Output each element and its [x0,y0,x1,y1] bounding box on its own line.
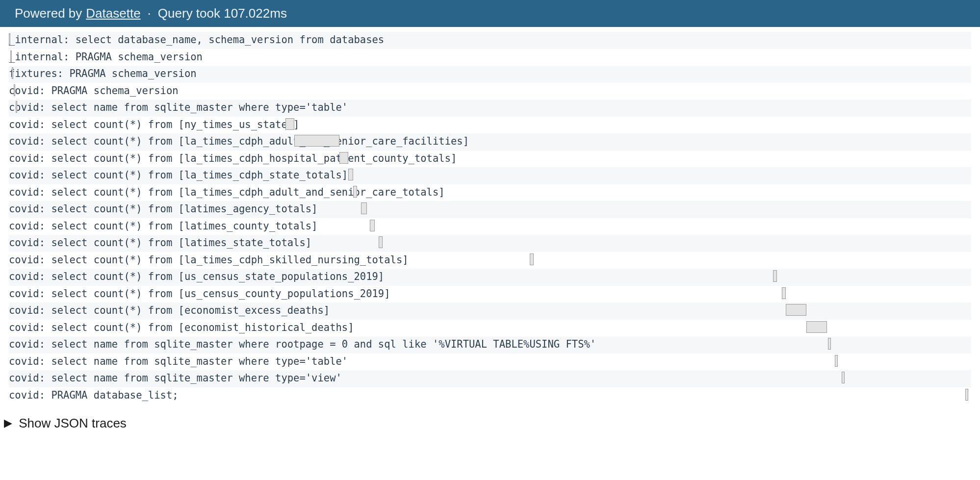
trace-sql-text: covid: select count(*) from [la_times_cd… [9,186,445,198]
trace-sql-text: covid: select name from sqlite_master wh… [9,355,348,367]
trace-sql-text: covid: select name from sqlite_master wh… [9,338,596,350]
timing-bar [9,33,10,45]
timing-bar [353,186,357,198]
trace-sql-text: covid: select count(*) from [us_census_s… [9,271,384,282]
trace-sql-text: covid: select name from sqlite_master wh… [9,101,348,113]
trace-row: covid: select count(*) from [latimes_sta… [9,235,971,252]
trace-row: covid: select count(*) from [la_times_cd… [9,252,971,269]
trace-sql-text: covid: select count(*) from [la_times_cd… [9,254,409,266]
timing-bar [782,287,786,299]
timing-bar [806,321,827,333]
trace-row: covid: select name from sqlite_master wh… [9,370,971,387]
trace-list: _internal: select database_name, schema_… [0,27,980,407]
trace-row: covid: select count(*) from [ny_times_us… [9,117,971,134]
timing-bar [10,51,12,62]
timing-bar [361,202,367,214]
separator: · [145,6,154,21]
trace-row: covid: select name from sqlite_master wh… [9,100,971,117]
timing-bar [285,118,294,130]
trace-row: covid: PRAGMA database_list; [9,387,971,404]
trace-row: covid: select count(*) from [latimes_cou… [9,218,971,235]
trace-row: covid: select count(*) from [la_times_cd… [9,167,971,184]
timing-bar [339,152,348,164]
trace-sql-text: fixtures: PRAGMA schema_version [9,68,197,79]
query-time-label: Query took 107.022ms [158,6,287,21]
timing-bar [530,253,534,265]
timing-bar [773,270,777,282]
trace-row: covid: select count(*) from [la_times_cd… [9,151,971,168]
timing-bar [786,304,806,316]
trace-row: covid: select name from sqlite_master wh… [9,336,971,354]
trace-sql-text: _internal: select database_name, schema_… [9,34,384,46]
show-json-traces-toggle[interactable]: ▶ Show JSON traces [0,407,980,440]
timing-bar [379,236,383,248]
trace-row: covid: select count(*) from [economist_h… [9,320,971,337]
powered-by-label: Powered by [15,6,82,21]
timing-bar [842,372,845,383]
trace-sql-text: covid: select count(*) from [economist_h… [9,322,354,333]
trace-row: _internal: select database_name, schema_… [9,32,971,49]
trace-sql-text: covid: select count(*) from [la_times_cd… [9,152,457,164]
trace-row: covid: select count(*) from [us_census_c… [9,286,971,303]
disclosure-triangle-icon: ▶ [4,417,12,429]
trace-sql-text: covid: select count(*) from [latimes_sta… [9,237,311,249]
trace-sql-text: covid: PRAGMA database_list; [9,389,179,401]
timing-bar [16,101,17,113]
trace-row: covid: select count(*) from [latimes_age… [9,201,971,218]
trace-row: covid: select count(*) from [us_census_s… [9,269,971,286]
timing-bar [835,355,838,367]
trace-sql-text: covid: PRAGMA schema_version [9,85,179,97]
trace-sql-text: covid: select count(*) from [la_times_cd… [9,135,469,147]
show-json-traces-label: Show JSON traces [19,416,127,430]
timing-bar [348,169,353,180]
trace-sql-text: covid: select count(*) from [ny_times_us… [9,119,299,130]
trace-sql-text: covid: select count(*) from [us_census_c… [9,288,390,300]
trace-row: covid: PRAGMA schema_version [9,83,971,100]
trace-sql-text: covid: select count(*) from [la_times_cd… [9,169,348,181]
timing-bar [12,67,13,79]
timing-bar [965,389,968,401]
timing-bar [294,135,339,147]
trace-sql-text: covid: select count(*) from [latimes_cou… [9,220,317,232]
trace-row: covid: select count(*) from [economist_e… [9,303,971,320]
trace-sql-text: covid: select count(*) from [latimes_age… [9,203,317,215]
trace-sql-text: _internal: PRAGMA schema_version [9,51,203,63]
trace-row: covid: select name from sqlite_master wh… [9,354,971,371]
trace-row: fixtures: PRAGMA schema_version [9,66,971,83]
trace-row: covid: select count(*) from [la_times_cd… [9,133,971,151]
timing-bar [370,220,375,231]
footer-bar: Powered by Datasette · Query took 107.02… [0,0,980,27]
datasette-link[interactable]: Datasette [86,6,140,21]
timing-bar [828,338,831,350]
trace-row: _internal: PRAGMA schema_version [9,49,971,66]
timing-bar [14,84,15,96]
trace-sql-text: covid: select count(*) from [economist_e… [9,304,330,316]
trace-sql-text: covid: select name from sqlite_master wh… [9,372,342,384]
trace-row: covid: select count(*) from [la_times_cd… [9,184,971,202]
